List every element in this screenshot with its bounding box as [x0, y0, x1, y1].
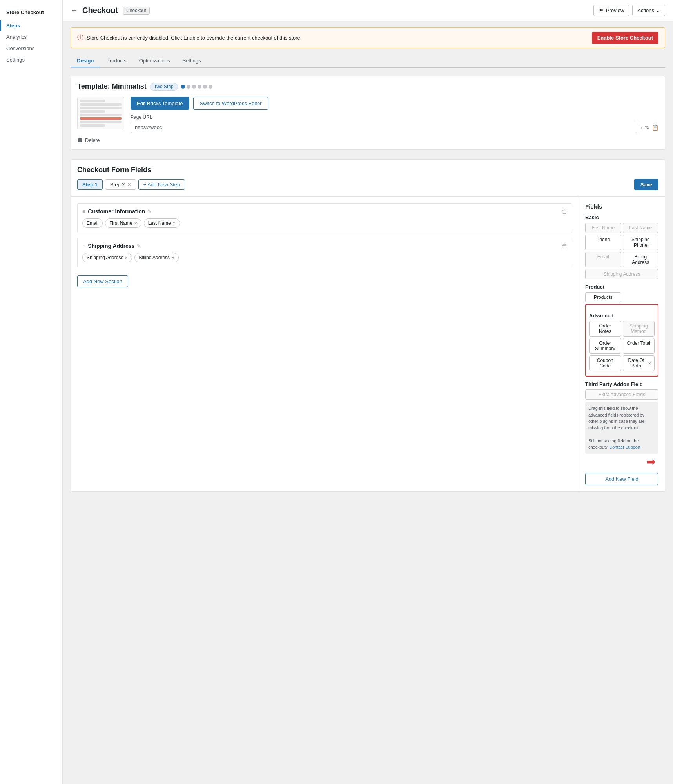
step-tab-2[interactable]: Step 2 ✕ — [105, 179, 136, 190]
field-first-name: First Name — [585, 223, 621, 233]
shipping-fields: Shipping Address ✕ Billing Address ✕ — [82, 253, 567, 262]
preview-button[interactable]: 👁 Preview — [593, 5, 629, 16]
page-header: ← Checkout Checkout 👁 Preview Actions ⌄ — [63, 0, 673, 21]
advanced-fields-title: Advanced — [589, 313, 655, 318]
third-party-title: Third Party Addon Field — [585, 381, 658, 387]
delete-section-shipping-icon[interactable]: 🗑 — [562, 243, 567, 249]
enable-store-checkout-button[interactable]: Enable Store Checkout — [592, 32, 658, 44]
customer-fields: Email First Name ✕ Last Name ✕ — [82, 218, 567, 228]
field-shipping-address-panel: Shipping Address — [585, 269, 658, 279]
sidebar-item-analytics[interactable]: Analytics — [0, 31, 62, 43]
field-email: Email — [585, 252, 621, 267]
field-last-name: Last Name — [623, 223, 659, 233]
alert-banner: ⓘ Store Checkout is currently disabled. … — [71, 27, 665, 48]
delete-template-row[interactable]: 🗑 Delete — [77, 137, 658, 143]
shipping-address-section: ≡ Shipping Address ✎ 🗑 Shipping Address … — [77, 238, 572, 267]
page-title: Checkout — [82, 6, 118, 15]
help-text-box: Drag this field to show the advanced fie… — [585, 402, 658, 454]
field-tag-first-name: First Name ✕ — [105, 218, 141, 228]
remove-field-first-name[interactable]: ✕ — [134, 221, 137, 226]
step-2-close-icon[interactable]: ✕ — [127, 182, 131, 187]
customer-information-section: ≡ Customer Information ✎ 🗑 Email Fi — [77, 203, 572, 233]
info-icon: ⓘ — [77, 34, 83, 42]
drag-handle-icon-2: ≡ — [82, 243, 85, 249]
extra-advanced-fields: Extra Advanced Fields — [585, 389, 658, 400]
field-date-of-birth[interactable]: Date Of Birth ✕ — [623, 355, 655, 371]
delete-label: Delete — [85, 137, 100, 143]
drag-handle-icon: ≡ — [82, 208, 85, 215]
header-right: 👁 Preview Actions ⌄ — [593, 5, 665, 16]
field-tag-email: Email — [82, 218, 103, 228]
field-coupon-code[interactable]: Coupon Code — [589, 355, 621, 371]
tab-products[interactable]: Products — [100, 55, 132, 67]
field-billing-address[interactable]: Billing Address — [623, 252, 659, 267]
sidebar-item-conversions[interactable]: Conversions — [0, 43, 62, 54]
preview-mockup-image — [77, 97, 124, 129]
field-products[interactable]: Products — [585, 292, 621, 302]
contact-support-link[interactable]: Contact Support — [609, 445, 640, 449]
sidebar: Store Checkout Steps Analytics Conversio… — [0, 0, 63, 784]
template-title: Template: Minimalist — [77, 82, 147, 91]
breadcrumb: Checkout — [123, 7, 150, 15]
edit-section-shipping-icon[interactable]: ✎ — [137, 243, 141, 249]
remove-field-shipping-address[interactable]: ✕ — [125, 256, 128, 260]
page-url-label: Page URL — [131, 115, 658, 120]
add-new-field-button[interactable]: Add New Field — [585, 473, 658, 485]
field-order-notes[interactable]: Order Notes — [589, 321, 621, 337]
fields-panel-title: Fields — [585, 203, 658, 210]
tab-optimizations[interactable]: Optimizations — [133, 55, 176, 67]
actions-button[interactable]: Actions ⌄ — [632, 5, 665, 16]
advanced-fields-grid: Order Notes Shipping Method Order Summar… — [589, 321, 655, 371]
page-url-input[interactable] — [131, 122, 637, 133]
save-button[interactable]: Save — [634, 179, 658, 190]
switch-wp-button[interactable]: Switch to WordPress Editor — [193, 97, 268, 110]
sidebar-title: Store Checkout — [0, 6, 62, 20]
back-icon[interactable]: ← — [71, 6, 78, 15]
header-left: ← Checkout Checkout — [71, 6, 150, 15]
template-preview — [77, 97, 124, 133]
field-tag-shipping-address: Shipping Address ✕ — [82, 253, 132, 262]
edit-url-icon[interactable]: ✎ — [645, 124, 649, 131]
field-order-summary[interactable]: Order Summary — [589, 338, 621, 354]
remove-date-of-birth-icon[interactable]: ✕ — [648, 361, 651, 366]
field-tag-last-name: Last Name ✕ — [144, 218, 180, 228]
trash-icon: 🗑 — [77, 137, 83, 143]
remove-field-last-name[interactable]: ✕ — [172, 221, 176, 226]
edit-bricks-button[interactable]: Edit Bricks Template — [131, 97, 189, 110]
delete-section-icon[interactable]: 🗑 — [562, 208, 567, 215]
field-tag-billing-address: Billing Address ✕ — [134, 253, 179, 262]
section-name-shipping: Shipping Address — [88, 243, 134, 249]
step-tabs: Step 1 Step 2 ✕ + Add New Step — [77, 179, 185, 190]
toggle-dots[interactable] — [181, 85, 212, 89]
steps-left-panel: ≡ Customer Information ✎ 🗑 Email Fi — [71, 197, 579, 491]
alert-message: Store Checkout is currently disabled. Cl… — [87, 35, 301, 41]
field-shipping-method: Shipping Method — [623, 321, 655, 337]
checkout-form-fields: Checkout Form Fields Step 1 Step 2 ✕ + A… — [71, 159, 665, 492]
tab-design[interactable]: Design — [71, 55, 100, 67]
remove-field-billing-address[interactable]: ✕ — [171, 256, 174, 260]
add-new-step-button[interactable]: + Add New Step — [138, 179, 185, 190]
fields-panel: Fields Basic First Name Last Name Phone … — [579, 197, 665, 491]
product-fields-title: Product — [585, 284, 658, 290]
basic-fields-grid: First Name Last Name Phone Shipping Phon… — [585, 223, 658, 279]
tab-settings[interactable]: Settings — [176, 55, 207, 67]
field-order-total[interactable]: Order Total — [623, 338, 655, 354]
sidebar-item-settings[interactable]: Settings — [0, 54, 62, 65]
field-shipping-phone[interactable]: Shipping Phone — [623, 235, 659, 250]
sidebar-item-steps[interactable]: Steps — [0, 20, 62, 31]
basic-fields-title: Basic — [585, 215, 658, 220]
product-fields-grid: Products — [585, 292, 658, 302]
field-phone[interactable]: Phone — [585, 235, 621, 250]
design-tabs: Design Products Optimizations Settings — [71, 55, 665, 68]
template-section: Template: Minimalist Two Step — [71, 76, 665, 150]
copy-url-icon[interactable]: 📋 — [652, 124, 658, 131]
edit-section-icon[interactable]: ✎ — [147, 209, 151, 214]
form-fields-title: Checkout Form Fields — [77, 166, 658, 174]
eye-icon: 👁 — [599, 7, 604, 13]
section-name-customer: Customer Information — [88, 208, 145, 215]
chevron-down-icon: ⌄ — [656, 7, 660, 13]
step-tab-1[interactable]: Step 1 — [77, 179, 103, 190]
two-step-tag: Two Step — [150, 83, 178, 91]
add-new-section-button[interactable]: Add New Section — [77, 275, 128, 287]
arrow-annotation: ➡ — [585, 455, 658, 468]
